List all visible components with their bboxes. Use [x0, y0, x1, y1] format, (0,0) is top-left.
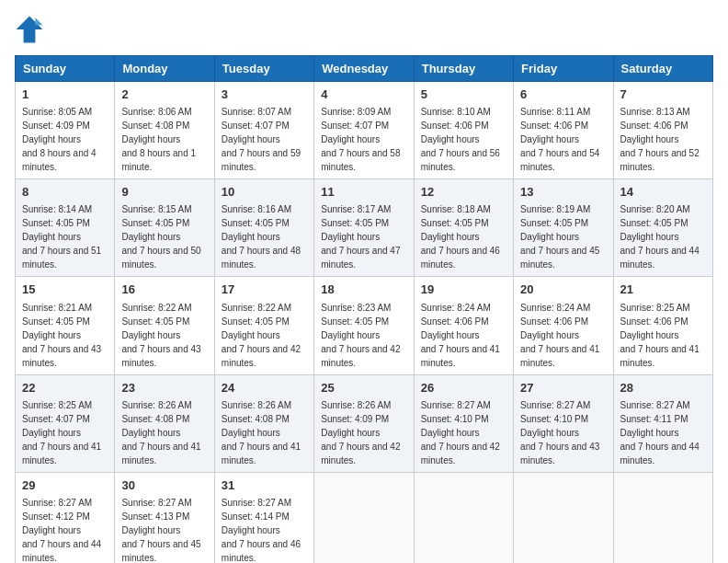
day-info: Sunrise: 8:22 AMSunset: 4:05 PMDaylight …: [222, 303, 301, 368]
day-info: Sunrise: 8:11 AMSunset: 4:06 PMDaylight …: [520, 107, 599, 172]
calendar-cell: 17 Sunrise: 8:22 AMSunset: 4:05 PMDaylig…: [214, 277, 313, 374]
day-info: Sunrise: 8:24 AMSunset: 4:06 PMDaylight …: [520, 303, 599, 368]
day-number: 18: [321, 282, 406, 298]
day-number: 14: [620, 184, 706, 201]
calendar-cell: 19 Sunrise: 8:24 AMSunset: 4:06 PMDaylig…: [414, 277, 513, 374]
calendar-cell: [613, 472, 712, 563]
calendar-cell: [514, 472, 613, 563]
day-info: Sunrise: 8:10 AMSunset: 4:06 PMDaylight …: [421, 107, 500, 172]
calendar-cell: 25 Sunrise: 8:26 AMSunset: 4:09 PMDaylig…: [314, 374, 414, 472]
day-info: Sunrise: 8:23 AMSunset: 4:05 PMDaylight …: [321, 303, 400, 368]
calendar-cell: 3 Sunrise: 8:07 AMSunset: 4:07 PMDayligh…: [214, 82, 313, 179]
calendar-cell: 24 Sunrise: 8:26 AMSunset: 4:08 PMDaylig…: [214, 374, 313, 472]
day-number: 27: [520, 380, 606, 396]
day-number: 25: [321, 380, 406, 396]
day-number: 1: [22, 86, 108, 103]
day-info: Sunrise: 8:27 AMSunset: 4:12 PMDaylight …: [22, 498, 101, 563]
calendar-cell: 7 Sunrise: 8:13 AMSunset: 4:06 PMDayligh…: [613, 82, 712, 179]
day-number: 20: [520, 282, 606, 298]
logo-icon: [15, 15, 44, 44]
day-info: Sunrise: 8:27 AMSunset: 4:11 PMDaylight …: [620, 400, 700, 465]
day-number: 8: [22, 184, 108, 201]
day-number: 9: [121, 184, 207, 201]
logo: [15, 15, 48, 44]
day-number: 24: [222, 380, 307, 396]
day-info: Sunrise: 8:26 AMSunset: 4:09 PMDaylight …: [321, 400, 400, 465]
calendar-cell: 5 Sunrise: 8:10 AMSunset: 4:06 PMDayligh…: [414, 82, 513, 179]
day-number: 31: [222, 477, 307, 494]
day-info: Sunrise: 8:09 AMSunset: 4:07 PMDaylight …: [321, 107, 400, 172]
calendar-cell: 29 Sunrise: 8:27 AMSunset: 4:12 PMDaylig…: [16, 472, 115, 563]
day-number: 5: [421, 86, 506, 103]
day-info: Sunrise: 8:27 AMSunset: 4:10 PMDaylight …: [421, 400, 500, 465]
day-info: Sunrise: 8:07 AMSunset: 4:07 PMDaylight …: [222, 107, 301, 172]
day-info: Sunrise: 8:06 AMSunset: 4:08 PMDaylight …: [121, 107, 196, 172]
calendar-cell: [414, 472, 513, 563]
day-info: Sunrise: 8:27 AMSunset: 4:10 PMDaylight …: [520, 400, 599, 465]
calendar-cell: 20 Sunrise: 8:24 AMSunset: 4:06 PMDaylig…: [514, 277, 613, 374]
calendar-cell: 6 Sunrise: 8:11 AMSunset: 4:06 PMDayligh…: [514, 82, 613, 179]
header-wednesday: Wednesday: [314, 56, 414, 82]
day-number: 2: [121, 86, 207, 103]
calendar-cell: 27 Sunrise: 8:27 AMSunset: 4:10 PMDaylig…: [514, 374, 613, 472]
day-number: 3: [222, 86, 307, 103]
day-info: Sunrise: 8:25 AMSunset: 4:06 PMDaylight …: [620, 303, 700, 368]
day-info: Sunrise: 8:20 AMSunset: 4:05 PMDaylight …: [620, 204, 700, 270]
day-number: 29: [22, 477, 108, 494]
calendar-cell: 12 Sunrise: 8:18 AMSunset: 4:05 PMDaylig…: [414, 179, 513, 277]
svg-marker-1: [35, 17, 42, 25]
day-info: Sunrise: 8:18 AMSunset: 4:05 PMDaylight …: [421, 204, 500, 270]
day-info: Sunrise: 8:19 AMSunset: 4:05 PMDaylight …: [520, 204, 599, 270]
day-number: 11: [321, 184, 406, 201]
calendar-cell: 2 Sunrise: 8:06 AMSunset: 4:08 PMDayligh…: [115, 82, 214, 179]
calendar-header-row: SundayMondayTuesdayWednesdayThursdayFrid…: [16, 56, 713, 82]
calendar-cell: 8 Sunrise: 8:14 AMSunset: 4:05 PMDayligh…: [16, 179, 115, 277]
day-number: 13: [520, 184, 606, 201]
day-number: 7: [620, 86, 706, 103]
calendar-week-row: 8 Sunrise: 8:14 AMSunset: 4:05 PMDayligh…: [16, 179, 713, 277]
day-number: 12: [421, 184, 506, 201]
day-number: 30: [121, 477, 207, 494]
calendar-cell: 22 Sunrise: 8:25 AMSunset: 4:07 PMDaylig…: [16, 374, 115, 472]
calendar-cell: 4 Sunrise: 8:09 AMSunset: 4:07 PMDayligh…: [314, 82, 414, 179]
day-number: 22: [22, 380, 108, 396]
day-number: 19: [421, 282, 506, 298]
calendar-cell: 26 Sunrise: 8:27 AMSunset: 4:10 PMDaylig…: [414, 374, 513, 472]
calendar-week-row: 1 Sunrise: 8:05 AMSunset: 4:09 PMDayligh…: [16, 82, 713, 179]
calendar-cell: 14 Sunrise: 8:20 AMSunset: 4:05 PMDaylig…: [613, 179, 712, 277]
header-tuesday: Tuesday: [214, 56, 313, 82]
day-info: Sunrise: 8:14 AMSunset: 4:05 PMDaylight …: [22, 204, 101, 270]
header-sunday: Sunday: [16, 56, 115, 82]
calendar-cell: 16 Sunrise: 8:22 AMSunset: 4:05 PMDaylig…: [115, 277, 214, 374]
day-number: 10: [222, 184, 307, 201]
day-number: 23: [121, 380, 207, 396]
calendar-cell: 23 Sunrise: 8:26 AMSunset: 4:08 PMDaylig…: [115, 374, 214, 472]
day-info: Sunrise: 8:16 AMSunset: 4:05 PMDaylight …: [222, 204, 301, 270]
calendar-cell: 9 Sunrise: 8:15 AMSunset: 4:05 PMDayligh…: [115, 179, 214, 277]
day-info: Sunrise: 8:27 AMSunset: 4:14 PMDaylight …: [222, 498, 301, 563]
day-info: Sunrise: 8:17 AMSunset: 4:05 PMDaylight …: [321, 204, 400, 270]
day-number: 21: [620, 282, 706, 298]
day-info: Sunrise: 8:24 AMSunset: 4:06 PMDaylight …: [421, 303, 500, 368]
day-number: 6: [520, 86, 606, 103]
calendar-table: SundayMondayTuesdayWednesdayThursdayFrid…: [15, 55, 713, 563]
day-number: 15: [22, 282, 108, 298]
day-number: 16: [121, 282, 207, 298]
header-monday: Monday: [115, 56, 214, 82]
header-saturday: Saturday: [613, 56, 712, 82]
calendar-cell: 21 Sunrise: 8:25 AMSunset: 4:06 PMDaylig…: [613, 277, 712, 374]
day-number: 4: [321, 86, 406, 103]
calendar-cell: 10 Sunrise: 8:16 AMSunset: 4:05 PMDaylig…: [214, 179, 313, 277]
calendar-week-row: 22 Sunrise: 8:25 AMSunset: 4:07 PMDaylig…: [16, 374, 713, 472]
calendar-cell: 30 Sunrise: 8:27 AMSunset: 4:13 PMDaylig…: [115, 472, 214, 563]
day-number: 28: [620, 380, 706, 396]
calendar-cell: [314, 472, 414, 563]
header-thursday: Thursday: [414, 56, 513, 82]
day-info: Sunrise: 8:13 AMSunset: 4:06 PMDaylight …: [620, 107, 700, 172]
calendar-cell: 1 Sunrise: 8:05 AMSunset: 4:09 PMDayligh…: [16, 82, 115, 179]
day-number: 17: [222, 282, 307, 298]
page-header: [15, 15, 713, 44]
day-info: Sunrise: 8:26 AMSunset: 4:08 PMDaylight …: [121, 400, 200, 465]
day-info: Sunrise: 8:26 AMSunset: 4:08 PMDaylight …: [222, 400, 301, 465]
day-info: Sunrise: 8:25 AMSunset: 4:07 PMDaylight …: [22, 400, 101, 465]
